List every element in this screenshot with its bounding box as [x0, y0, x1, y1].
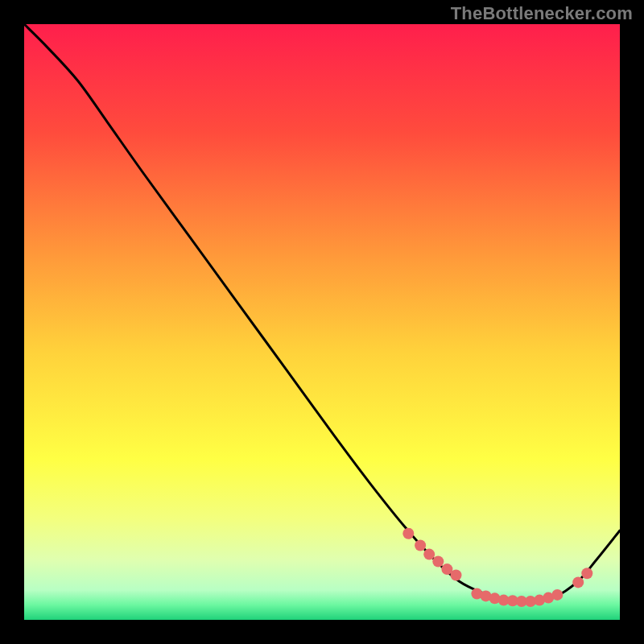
data-marker — [581, 568, 592, 579]
data-marker — [402, 528, 414, 539]
data-marker — [415, 540, 426, 551]
data-marker — [432, 555, 444, 567]
data-marker — [423, 549, 435, 560]
gradient-background — [24, 24, 620, 620]
data-marker — [572, 576, 584, 588]
chart-frame: TheBottlenecker.com — [0, 0, 644, 644]
data-marker — [551, 589, 563, 601]
attribution-text: TheBottlenecker.com — [451, 3, 633, 24]
data-marker — [451, 570, 462, 581]
chart-svg — [24, 24, 620, 620]
plot-area — [24, 24, 620, 620]
